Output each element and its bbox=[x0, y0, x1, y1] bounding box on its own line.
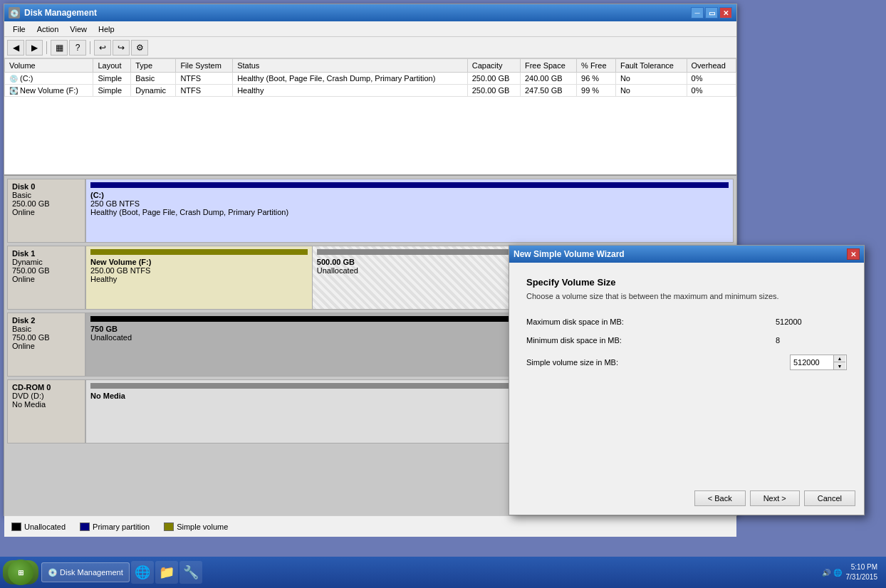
start-button[interactable]: ⊞ bbox=[3, 560, 38, 584]
taskbar-folder-icon[interactable]: 📁 bbox=[155, 561, 178, 584]
wizard-size-row: Simple volume size in MB: ▲ ▼ bbox=[526, 355, 847, 370]
wizard-close-button[interactable]: ✕ bbox=[847, 248, 860, 260]
app-icon: 💿 bbox=[9, 7, 20, 19]
taskbar-tools-icon[interactable]: 🔧 bbox=[179, 561, 202, 584]
wizard-size-label: Simple volume size in MB: bbox=[526, 358, 790, 367]
legend-primary-label: Primary partition bbox=[93, 523, 150, 531]
menu-file[interactable]: File bbox=[7, 23, 31, 35]
taskbar: ⊞ 💿 Disk Management 🌐 📁 🔧 🔊 🌐 5:10 PM 7/… bbox=[0, 557, 886, 588]
disk-label: Disk 1 Dynamic 750.00 GB Online bbox=[7, 246, 85, 310]
wizard-dialog: New Simple Volume Wizard ✕ Specify Volum… bbox=[509, 245, 865, 515]
table-row[interactable]: 💿 (C:) Simple Basic NTFS Healthy (Boot, … bbox=[5, 73, 736, 85]
close-button[interactable]: ✕ bbox=[719, 7, 732, 19]
undo-button[interactable]: ↪ bbox=[113, 40, 130, 56]
tools-icon: 🔧 bbox=[183, 565, 199, 580]
toolbar-separator-2 bbox=[90, 41, 90, 54]
cell-pctfree: 96 % bbox=[577, 73, 616, 85]
disk-size: 750.00 GB bbox=[12, 333, 80, 342]
cell-fault: No bbox=[615, 73, 687, 85]
col-volume: Volume bbox=[5, 59, 93, 73]
taskbar-task-disk-mgmt[interactable]: 💿 Disk Management bbox=[41, 562, 130, 582]
wizard-heading: Specify Volume Size bbox=[526, 277, 847, 288]
disk-name: Disk 2 bbox=[12, 316, 80, 325]
refresh-button[interactable]: ↩ bbox=[94, 40, 111, 56]
tray-icons: 🔊 🌐 bbox=[822, 569, 842, 577]
maximize-button[interactable]: ▭ bbox=[705, 7, 718, 19]
system-tray: 🔊 🌐 5:10 PM 7/31/2015 bbox=[822, 562, 884, 582]
back-button[interactable]: ◀ bbox=[7, 40, 24, 56]
menu-help[interactable]: Help bbox=[93, 23, 120, 35]
cancel-button[interactable]: Cancel bbox=[804, 490, 855, 506]
next-button[interactable]: Next > bbox=[750, 490, 800, 506]
cell-volume: 💿 (C:) bbox=[5, 73, 93, 85]
disk-status: Online bbox=[12, 208, 80, 216]
col-overhead: Overhead bbox=[687, 59, 736, 73]
legend-simple-color bbox=[164, 523, 174, 531]
disk-label: Disk 2 Basic 750.00 GB Online bbox=[7, 313, 85, 377]
menu-action[interactable]: Action bbox=[31, 23, 65, 35]
clock-date: 7/31/2015 bbox=[846, 572, 878, 582]
col-fault: Fault Tolerance bbox=[615, 59, 687, 73]
disk-name: Disk 1 bbox=[12, 249, 80, 258]
wizard-size-input[interactable] bbox=[791, 357, 833, 368]
start-orb: ⊞ bbox=[8, 560, 33, 585]
table-row[interactable]: 💽 New Volume (F:) Simple Dynamic NTFS He… bbox=[5, 85, 736, 97]
cell-freespace: 240.00 GB bbox=[520, 73, 576, 85]
table-header-row: Volume Layout Type File System Status Ca… bbox=[5, 59, 736, 73]
partition-name: (C:) bbox=[90, 191, 729, 199]
cell-freespace: 247.50 GB bbox=[520, 85, 576, 97]
menu-view[interactable]: View bbox=[64, 23, 93, 35]
cell-pctfree: 99 % bbox=[577, 85, 616, 97]
legend-primary-color bbox=[80, 523, 90, 531]
partition-size-label: 250 GB NTFS bbox=[90, 199, 729, 208]
disk-row: Disk 0 Basic 250.00 GB Online (C:) 250 G… bbox=[7, 179, 734, 243]
up-button[interactable]: ▦ bbox=[51, 40, 68, 56]
settings-button[interactable]: ⚙ bbox=[131, 40, 148, 56]
wizard-subtext: Choose a volume size that is between the… bbox=[526, 292, 847, 300]
spinner-down-button[interactable]: ▼ bbox=[834, 362, 845, 369]
forward-button[interactable]: ▶ bbox=[26, 40, 43, 56]
wizard-min-value: 8 bbox=[776, 336, 847, 345]
legend-primary: Primary partition bbox=[80, 523, 150, 531]
taskbar-browser-icon[interactable]: 🌐 bbox=[131, 561, 154, 584]
disk-partitions: (C:) 250 GB NTFS Healthy (Boot, Page Fil… bbox=[85, 179, 734, 243]
partition[interactable]: New Volume (F:) 250.00 GB NTFS Healthy bbox=[86, 246, 313, 309]
disk-name: CD-ROM 0 bbox=[12, 383, 80, 392]
disk-size: 250.00 GB bbox=[12, 199, 80, 208]
back-button[interactable]: < Back bbox=[694, 490, 746, 506]
disk-type: DVD (D:) bbox=[12, 392, 80, 400]
partition[interactable]: (C:) 250 GB NTFS Healthy (Boot, Page Fil… bbox=[86, 179, 733, 242]
disk-name: Disk 0 bbox=[12, 182, 80, 191]
partition-bar bbox=[90, 182, 729, 188]
folder-icon: 📁 bbox=[159, 565, 174, 580]
spinner-up-button[interactable]: ▲ bbox=[834, 355, 845, 362]
minimize-button[interactable]: ─ bbox=[691, 7, 704, 19]
cell-type: Basic bbox=[131, 73, 176, 85]
cell-overhead: 0% bbox=[687, 73, 736, 85]
col-pctfree: % Free bbox=[577, 59, 616, 73]
browser-icon: 🌐 bbox=[135, 565, 150, 580]
help-button[interactable]: ? bbox=[69, 40, 86, 56]
tray-icon-1: 🔊 bbox=[822, 569, 830, 577]
wizard-min-label: Minimum disk space in MB: bbox=[526, 336, 776, 345]
disk-status: Online bbox=[12, 275, 80, 283]
taskbar-task-label: 💿 Disk Management bbox=[48, 568, 123, 577]
cell-status: Healthy (Boot, Page File, Crash Dump, Pr… bbox=[233, 73, 468, 85]
disk-label: Disk 0 Basic 250.00 GB Online bbox=[7, 179, 85, 243]
wizard-title: New Simple Volume Wizard bbox=[514, 249, 847, 259]
disk-size: 750.00 GB bbox=[12, 266, 80, 275]
cell-fault: No bbox=[615, 85, 687, 97]
legend-unallocated: Unallocated bbox=[11, 523, 66, 531]
wizard-title-bar: New Simple Volume Wizard ✕ bbox=[509, 246, 864, 263]
col-layout: Layout bbox=[93, 59, 131, 73]
legend-unallocated-color bbox=[11, 523, 21, 531]
legend-unallocated-label: Unallocated bbox=[24, 523, 66, 531]
menu-bar: File Action View Help bbox=[4, 21, 736, 37]
disk-type: Basic bbox=[12, 325, 80, 333]
wizard-size-input-wrap: ▲ ▼ bbox=[790, 355, 847, 370]
window-title: Disk Management bbox=[24, 8, 691, 18]
wizard-footer: < Back Next > Cancel bbox=[694, 490, 855, 506]
tray-icon-2: 🌐 bbox=[833, 569, 842, 577]
wizard-max-value: 512000 bbox=[776, 317, 847, 326]
disk-type: Dynamic bbox=[12, 258, 80, 266]
